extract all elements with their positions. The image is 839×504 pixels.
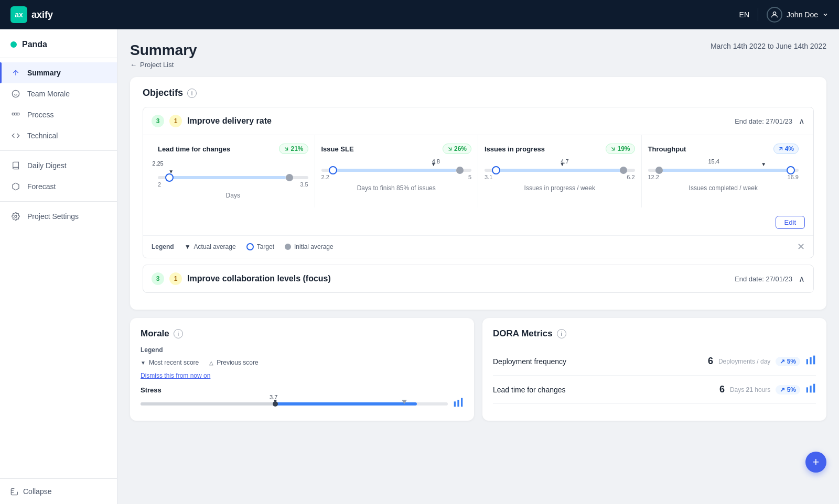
app-logo: ax axify	[10, 6, 53, 23]
sidebar-item-process[interactable]: Process	[0, 104, 117, 125]
slider-track-throughput	[648, 169, 799, 172]
thumb-target-throughput[interactable]	[787, 166, 795, 174]
metric-lead-time: Lead time for changes 21% 2.25 2.25	[152, 135, 315, 207]
svg-rect-16	[810, 386, 811, 392]
svg-point-8	[15, 215, 17, 217]
metrics-grid-1: Lead time for changes 21% 2.25 2.25	[143, 135, 813, 216]
sidebar-bottom: Collapse	[0, 478, 117, 504]
svg-point-2	[12, 90, 19, 97]
sidebar-nav: Summary Team Morale Process Technical	[0, 58, 117, 478]
objectifs-info-icon[interactable]: i	[187, 89, 197, 98]
top-navigation: ax axify EN John Doe	[0, 0, 839, 29]
metric-unit-lead-time: Days	[158, 192, 308, 199]
sidebar-item-team-morale[interactable]: Team Morale	[0, 83, 117, 104]
svg-rect-15	[806, 387, 808, 392]
thumb-target-lead-time[interactable]	[165, 173, 174, 182]
metric-issue-sle: Issue SLE 26% ▼ 4.8	[315, 135, 479, 207]
objective-row-2: 3 1 Improve collaboration levels (focus)…	[143, 265, 814, 293]
metric-throughput-header: Throughput 4%	[648, 144, 799, 154]
slider-issues-in-progress: ▼ 4.7 3.1 6.2	[485, 160, 635, 180]
metric-name-throughput: Throughput	[648, 145, 686, 153]
actual-avg-icon: ▼	[185, 243, 191, 250]
edit-button[interactable]: Edit	[776, 216, 805, 229]
dismiss-link[interactable]: Dismiss this from now on	[141, 372, 210, 379]
settings-icon	[10, 211, 21, 222]
metric-issue-sle-header: Issue SLE 26%	[321, 144, 472, 154]
thumb-initial-issues-in-progress	[620, 167, 627, 174]
previous-icon: △	[209, 360, 213, 366]
stress-prev-marker	[402, 400, 407, 408]
stress-label: Stress	[141, 386, 162, 394]
svg-rect-11	[461, 398, 462, 407]
objective-header-2[interactable]: 3 1 Improve collaboration levels (focus)…	[143, 265, 813, 292]
metric-unit-issues-in-progress: Issues in progress / week	[485, 184, 635, 192]
breadcrumb-label: Project List	[140, 61, 174, 69]
dora-right-lead-time: 6 Days 21 hours ↗ 5%	[719, 383, 816, 396]
morale-info-icon[interactable]: i	[174, 329, 183, 338]
dora-title: DORA Metrics i	[493, 328, 816, 339]
metric-badge-issue-sle: 26%	[443, 144, 471, 154]
metric-name-lead-time: Lead time for changes	[158, 145, 230, 153]
sidebar-item-project-settings[interactable]: Project Settings	[0, 206, 117, 227]
svg-rect-13	[810, 357, 811, 364]
thumb-initial-lead-time	[286, 174, 293, 181]
thumb-initial-issue-sle	[456, 167, 464, 174]
svg-rect-10	[457, 400, 459, 407]
collapse-button[interactable]: Collapse	[10, 487, 106, 496]
sidebar-item-forecast[interactable]: Forecast	[0, 176, 117, 197]
bottom-grid: Morale i Legend ▼ Most recent score △ Pr…	[130, 318, 826, 421]
stress-chart-icon[interactable]	[453, 397, 464, 410]
sidebar-item-daily-digest[interactable]: Daily Digest	[0, 155, 117, 176]
metric-badge-issues-in-progress: 19%	[606, 144, 634, 154]
slider-labels-throughput: 12.2 16.9	[648, 174, 799, 180]
slider-labels-lead-time: 2 3.5	[158, 181, 308, 188]
stress-thumb	[273, 401, 278, 407]
legend-actual-avg: ▼ Actual average	[185, 243, 236, 250]
user-menu[interactable]: John Doe	[767, 7, 829, 23]
legend-most-recent: ▼ Most recent score	[141, 359, 199, 366]
dora-chart-icon-lead-time[interactable]	[805, 383, 816, 396]
stress-track-container: 3.7 ▼	[141, 402, 448, 406]
stress-fill-left	[141, 402, 279, 406]
svg-rect-9	[454, 401, 456, 407]
thumb-target-issues-in-progress[interactable]	[492, 166, 500, 174]
sidebar-item-technical[interactable]: Technical	[0, 125, 117, 146]
legend-items: Legend ▼ Actual average Target Initial a…	[152, 243, 334, 250]
project-selector[interactable]: Panda	[0, 29, 117, 58]
objective-row-1: 3 1 Improve delivery rate End date: 27/0…	[143, 107, 814, 258]
chevron-up-icon-2[interactable]: ∧	[799, 274, 805, 284]
chevron-up-icon-1[interactable]: ∧	[799, 116, 805, 126]
dora-right-deployment: 6 Deployments / day ↗ 5%	[708, 355, 816, 368]
objective-header-1[interactable]: 3 1 Improve delivery rate End date: 27/0…	[143, 107, 813, 135]
nav-divider	[758, 8, 758, 21]
thumb-initial-throughput	[655, 167, 663, 174]
metric-issues-in-progress-header: Issues in progress 19%	[485, 144, 635, 154]
content-spacer	[130, 421, 826, 442]
breadcrumb[interactable]: ← Project List	[130, 61, 197, 69]
legend-previous: △ Previous score	[209, 359, 258, 366]
dora-unit-lead-time: Days 21 hours	[730, 386, 770, 393]
metric-issues-in-progress: Issues in progress 19% ▼ 4.7	[478, 135, 642, 207]
thumb-target-issue-sle[interactable]	[329, 166, 337, 174]
morale-legend-items: ▼ Most recent score △ Previous score	[141, 359, 464, 366]
slider-issue-sle: ▼ 4.8 2.2 5	[321, 160, 472, 180]
team-morale-icon	[10, 89, 21, 99]
svg-rect-5	[12, 113, 14, 115]
sidebar-item-summary[interactable]: Summary	[0, 62, 117, 83]
breadcrumb-back-icon: ←	[130, 61, 137, 69]
chevron-down-icon	[822, 12, 829, 18]
fab-button[interactable]: +	[805, 452, 826, 473]
process-icon	[10, 109, 21, 120]
initial-avg-icon	[285, 244, 291, 250]
dora-chart-icon-deployment[interactable]	[805, 355, 816, 368]
dora-info-icon[interactable]: i	[557, 329, 566, 338]
logo-icon: ax	[10, 6, 27, 23]
close-legend-button[interactable]: ✕	[797, 242, 805, 251]
legend-initial-avg-label: Initial average	[294, 243, 334, 250]
legend-label: Legend	[152, 243, 174, 250]
date-range: March 14th 2022 to June 14th 2022	[711, 42, 826, 50]
lang-selector[interactable]: EN	[739, 10, 749, 19]
objectifs-card: Objectifs i 3 1 Improve delivery rate En…	[130, 77, 826, 310]
stress-row: Stress 3.7 ▼	[141, 386, 464, 410]
svg-rect-14	[813, 356, 815, 365]
